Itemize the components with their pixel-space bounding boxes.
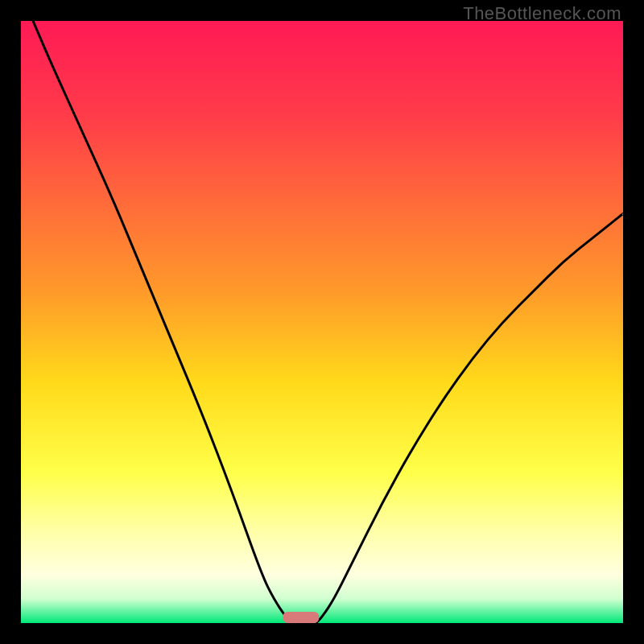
chart-svg (21, 21, 623, 623)
chart-area (21, 21, 623, 623)
gradient-background (21, 21, 623, 623)
bottom-marker (283, 612, 319, 623)
